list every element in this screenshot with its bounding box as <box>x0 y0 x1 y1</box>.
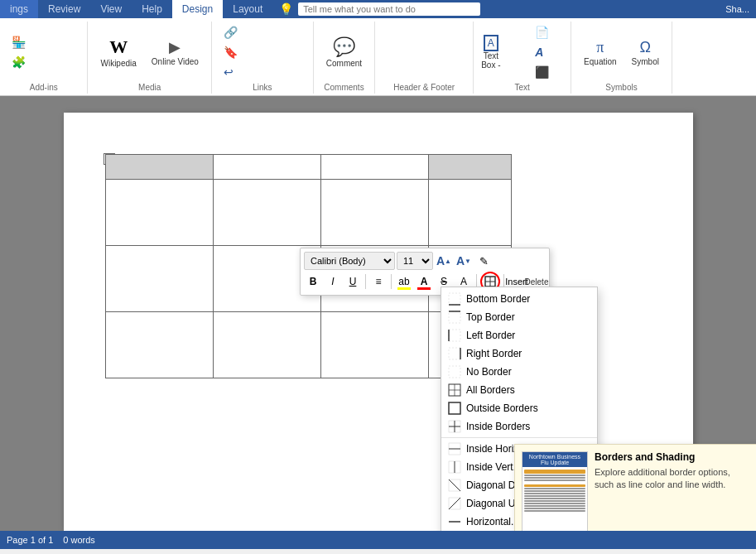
header-footer-group-label: Header & Footer <box>393 83 455 92</box>
group-media: W Wikipedia ▶ Online Video Media <box>88 22 211 94</box>
font-color-button[interactable]: A <box>415 272 433 291</box>
text-box-button[interactable]: A TextBox - <box>480 34 530 70</box>
bns-tooltip: Northtown Business Flu Update Borde <box>514 444 756 531</box>
svg-line-29 <box>449 498 460 509</box>
inside-borders-label: Inside Borders <box>466 421 530 432</box>
font-select[interactable]: Calibri (Body) <box>304 252 395 270</box>
header-button[interactable]: ⬆ Header ▼ <box>382 25 466 42</box>
no-border-item[interactable]: No Border <box>441 363 597 381</box>
footer-label: Footer <box>398 47 425 57</box>
all-borders-item[interactable]: All Borders <box>441 381 597 399</box>
comments-items: 💬 Comment <box>320 23 368 81</box>
underline-button[interactable]: U <box>344 272 362 291</box>
italic-button[interactable]: I <box>324 272 342 291</box>
group-symbols: π Equation Ω Symbol Symbols <box>571 22 672 94</box>
symbols-items: π Equation Ω Symbol <box>578 23 665 81</box>
status-words: 0 words <box>63 535 95 545</box>
tab-design[interactable]: Design <box>172 0 223 18</box>
get-addins-button[interactable]: 🏪 Get Add-ins <box>7 33 80 51</box>
preview-text-line12 <box>524 508 585 509</box>
cross-reference-button[interactable]: ↩ Cross-reference <box>219 63 306 81</box>
top-border-item[interactable]: Top Border <box>441 308 597 326</box>
link-button[interactable]: 🔗 Link <box>219 23 306 41</box>
footer-button[interactable]: ⬇ Footer ▼ <box>382 44 466 61</box>
shrink-font-button[interactable]: A▼ <box>455 252 473 270</box>
bold-button[interactable]: B <box>304 272 322 291</box>
my-addins-button[interactable]: 🧩 My Add-ins <box>7 53 80 71</box>
inside-vert-label: Inside Vert... <box>466 461 522 473</box>
tab-view[interactable]: View <box>90 0 132 18</box>
video-icon: ▶ <box>169 38 181 56</box>
text-items: A TextBox - 📄 ▼ A ▼ ⬛ <box>480 23 564 81</box>
wikipedia-icon: W <box>109 36 128 58</box>
equation-button[interactable]: π Equation <box>578 36 622 69</box>
highlight-icon: ab <box>398 276 409 287</box>
preview-text-line8 <box>524 498 585 499</box>
font-color-icon: A <box>421 276 428 287</box>
highlight-color-bar <box>397 287 411 290</box>
footer-icon: ⬇ <box>387 46 396 59</box>
inside-vert-icon <box>448 460 461 474</box>
wikipedia-button[interactable]: W Wikipedia <box>94 34 142 70</box>
online-video-label: Online Video <box>152 57 199 66</box>
bottom-border-item[interactable]: Bottom Border <box>441 290 597 308</box>
status-bar: Page 1 of 1 0 words <box>0 531 756 549</box>
symbol-button[interactable]: Ω Symbol <box>626 36 665 69</box>
outside-borders-label: Outside Borders <box>466 402 538 414</box>
bns-tooltip-text-area: Borders and Shading Explore additional b… <box>595 451 751 531</box>
comment-icon: 💬 <box>333 36 355 58</box>
comment-label: Comment <box>326 59 362 68</box>
wikipedia-label: Wikipedia <box>100 59 136 68</box>
format-toolbar-row1: Calibri (Body) 11 A▲ A▼ ✎ <box>304 252 546 270</box>
text-group-label: Text <box>514 83 529 92</box>
table-row <box>105 155 511 180</box>
svg-rect-12 <box>449 348 460 359</box>
quick-parts-button[interactable]: 📄 ▼ <box>530 23 564 41</box>
wordart-button[interactable]: A ▼ <box>530 43 564 61</box>
quick-parts-dropdown-icon: ▼ <box>551 28 559 36</box>
online-video-button[interactable]: ▶ Online Video <box>146 36 205 69</box>
bookmark-icon: 🔖 <box>224 46 238 59</box>
svg-rect-18 <box>449 402 460 414</box>
clear-format-button[interactable]: ✎ <box>474 252 493 270</box>
page-number-button[interactable]: # Page Number ▼ <box>382 63 466 80</box>
bookmark-button[interactable]: 🔖 Bookmark <box>219 43 306 61</box>
tab-help[interactable]: Help <box>132 0 172 18</box>
menu-divider <box>441 437 597 438</box>
group-text: A TextBox - 📄 ▼ A ▼ ⬛ <box>474 22 571 94</box>
grow-font-button[interactable]: A▲ <box>435 252 453 270</box>
highlight-button[interactable]: ab <box>395 272 413 291</box>
media-items: W Wikipedia ▶ Online Video <box>94 23 204 81</box>
outside-borders-item[interactable]: Outside Borders <box>441 399 597 417</box>
left-border-label: Left Border <box>466 330 515 341</box>
table-row <box>105 180 511 246</box>
bns-tooltip-description: Explore additional border options, such … <box>595 466 751 492</box>
cross-reference-label: Cross-reference <box>236 67 301 77</box>
document-area: ✛ <box>0 96 756 531</box>
link-icon: 🔗 <box>224 26 238 39</box>
font-size-select[interactable]: 11 <box>397 252 433 270</box>
bns-preview: Northtown Business Flu Update <box>522 451 588 531</box>
tab-ings[interactable]: ings <box>0 0 38 18</box>
align-button[interactable]: ≡ <box>369 272 388 291</box>
symbols-group-label: Symbols <box>605 83 637 92</box>
top-border-label: Top Border <box>466 311 515 323</box>
inside-borders-item[interactable]: Inside Borders <box>441 417 597 436</box>
header-label: Header <box>398 28 428 38</box>
dropcap-button[interactable]: ⬛ <box>530 63 564 81</box>
symbol-label: Symbol <box>632 57 659 66</box>
tab-layout[interactable]: Layout <box>223 0 272 18</box>
header-icon: ⬆ <box>387 27 396 40</box>
right-border-item[interactable]: Right Border <box>441 344 597 363</box>
symbol-icon: Ω <box>640 39 651 56</box>
quick-parts-icon: 📄 <box>535 26 549 39</box>
toolbar-divider <box>365 274 366 289</box>
bottom-border-icon <box>448 292 461 306</box>
comment-button[interactable]: 💬 Comment <box>320 34 368 70</box>
bns-preview-content <box>522 467 587 531</box>
search-input[interactable] <box>298 2 480 16</box>
left-border-item[interactable]: Left Border <box>441 326 597 344</box>
tab-review[interactable]: Review <box>38 0 90 18</box>
bns-preview-header: Northtown Business Flu Update <box>522 452 587 467</box>
group-links: 🔗 Link 🔖 Bookmark ↩ Cross-reference Link… <box>212 22 314 94</box>
